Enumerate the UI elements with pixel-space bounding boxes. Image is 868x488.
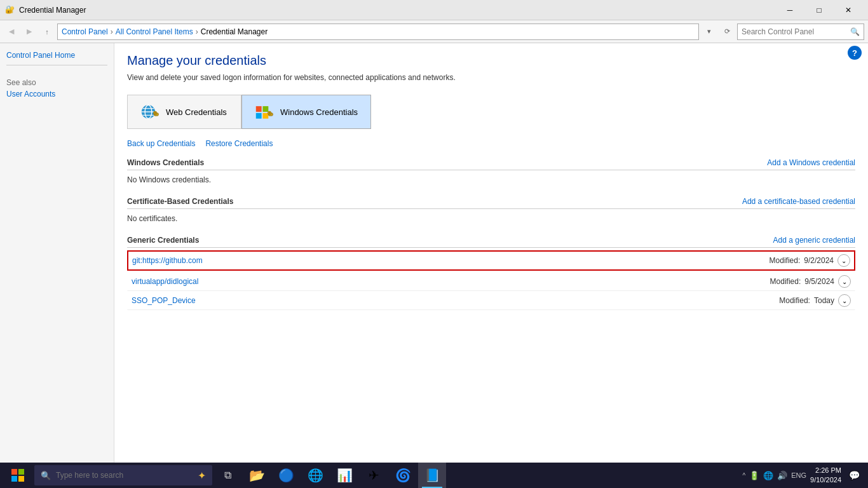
task-view-button[interactable]: ⧉ (214, 463, 241, 488)
cert-credentials-section: Certificate-Based Credentials Add a cert… (127, 197, 855, 226)
telegram-icon: ✈ (369, 468, 379, 483)
github-expand-button[interactable]: ⌄ (837, 254, 850, 267)
windows-credentials-label: Windows Credentials (280, 107, 358, 117)
sso-credential-meta: Modified: Today ⌄ (779, 294, 851, 307)
cortana-icon: ✦ (198, 470, 206, 482)
restore-credentials-link[interactable]: Restore Credentials (205, 139, 273, 148)
taskbar-app-telegram[interactable]: ✈ (360, 463, 388, 488)
credential-item-virtualapp: virtualapp/didlogical Modified: 9/5/2024… (127, 272, 855, 291)
taskbar-network-icon[interactable]: 🌐 (763, 471, 773, 480)
taskbar-datetime[interactable]: 2:26 PM 9/10/2024 (810, 466, 841, 485)
svg-rect-16 (18, 469, 24, 475)
restore-button[interactable]: □ (804, 0, 834, 20)
taskbar-search-input[interactable] (56, 471, 193, 480)
virtualapp-modified-date: 9/5/2024 (804, 277, 834, 286)
win-cred-icon (255, 102, 275, 122)
sso-modified-date: Today (814, 296, 834, 305)
taskbar-app-vscode[interactable]: 🔵 (272, 463, 300, 488)
add-windows-credential-link[interactable]: Add a Windows credential (767, 158, 855, 167)
add-cert-credential-link[interactable]: Add a certificate-based credential (742, 197, 855, 206)
page-title: Manage your credentials (127, 53, 855, 68)
credential-item-github: git:https://github.com Modified: 9/2/202… (127, 250, 855, 271)
sso-expand-button[interactable]: ⌄ (838, 294, 851, 307)
add-generic-credential-link[interactable]: Add a generic credential (773, 236, 855, 245)
office-icon: 📘 (424, 468, 440, 483)
generic-cred-title: Generic Credentials (127, 236, 199, 245)
virtualapp-modified-label: Modified: (770, 277, 801, 286)
window-icon: 🔐 (5, 5, 15, 15)
svg-rect-8 (256, 106, 262, 112)
taskbar-apps: 📂 🔵 🌐 📊 ✈ 🌀 📘 (243, 463, 742, 488)
taskbar-search: 🔍 ✦ (34, 465, 212, 485)
taskbar-notification-button[interactable]: 💬 (845, 463, 863, 488)
sys-tray-expand[interactable]: ^ (743, 472, 746, 479)
taskbar-search-icon: 🔍 (41, 471, 51, 480)
explorer-icon: 📂 (249, 468, 265, 483)
github-modified-label: Modified: (770, 256, 801, 265)
vscode-icon: 🔵 (278, 468, 294, 483)
svg-point-7 (154, 112, 156, 114)
taskbar-app-data[interactable]: 📊 (330, 463, 358, 488)
close-button[interactable]: ✕ (834, 0, 863, 20)
virtualapp-credential-name[interactable]: virtualapp/didlogical (132, 277, 198, 286)
taskbar-app-office[interactable]: 📘 (418, 463, 446, 488)
sidebar: Control Panel Home See also User Account… (0, 43, 114, 463)
windows-cred-title: Windows Credentials (127, 158, 204, 167)
taskbar-time-display: 2:26 PM (810, 466, 841, 475)
taskbar-app-edge[interactable]: 🌀 (389, 463, 417, 488)
edge-icon: 🌀 (395, 468, 411, 483)
taskbar-app-chrome[interactable]: 🌐 (301, 463, 329, 488)
minimize-button[interactable]: ─ (775, 0, 804, 20)
virtualapp-credential-meta: Modified: 9/5/2024 ⌄ (770, 275, 851, 288)
github-credential-name[interactable]: git:https://github.com (132, 256, 203, 265)
cert-cred-empty: No certificates. (127, 212, 855, 226)
start-button[interactable] (3, 463, 33, 488)
virtualapp-expand-button[interactable]: ⌄ (838, 275, 851, 288)
page-description: View and delete your saved logon informa… (127, 73, 855, 82)
sso-credential-name[interactable]: SSO_POP_Device (132, 296, 196, 305)
windows-cred-empty: No Windows credentials. (127, 173, 855, 187)
up-button[interactable]: ↑ (39, 24, 55, 39)
back-button[interactable]: ◀ (4, 24, 19, 39)
web-credentials-label: Web Credentials (166, 107, 227, 117)
window-title: Credential Manager (19, 6, 86, 15)
web-credentials-button[interactable]: Web Credentials (127, 95, 241, 129)
github-credential-meta: Modified: 9/2/2024 ⌄ (770, 254, 850, 267)
content-area: Manage your credentials View and delete … (114, 43, 868, 463)
taskbar-right: ^ 🔋 🌐 🔊 ENG 2:26 PM 9/10/2024 💬 (743, 463, 865, 488)
help-button[interactable]: ? (848, 46, 862, 60)
github-modified-date: 9/2/2024 (804, 256, 834, 265)
breadcrumb-item-allitems[interactable]: All Control Panel Items (116, 27, 193, 36)
generic-credentials-section: Generic Credentials Add a generic creden… (127, 236, 855, 310)
svg-rect-15 (11, 469, 17, 475)
forward-button[interactable]: ▶ (22, 24, 37, 39)
web-cred-icon (140, 102, 161, 122)
svg-rect-9 (262, 106, 268, 112)
taskbar-battery-icon[interactable]: 🔋 (749, 471, 759, 480)
backup-credentials-link[interactable]: Back up Credentials (127, 139, 195, 148)
taskbar-language[interactable]: ENG (791, 471, 806, 479)
credential-item-sso: SSO_POP_Device Modified: Today ⌄ (127, 291, 855, 310)
generic-cred-header: Generic Credentials Add a generic creden… (127, 236, 855, 248)
refresh-button[interactable]: ⟳ (719, 24, 735, 39)
search-icon: 🔍 (850, 27, 860, 36)
breadcrumb-sep-1: › (111, 27, 113, 36)
svg-rect-11 (262, 113, 268, 119)
sidebar-home-link[interactable]: Control Panel Home (6, 51, 107, 60)
svg-rect-17 (11, 476, 17, 482)
windows-credentials-button[interactable]: Windows Credentials (241, 95, 371, 129)
cert-cred-title: Certificate-Based Credentials (127, 197, 233, 206)
taskbar-sound-icon[interactable]: 🔊 (777, 471, 787, 480)
cert-cred-header: Certificate-Based Credentials Add a cert… (127, 197, 855, 209)
window-controls: ─ □ ✕ (775, 0, 863, 20)
svg-rect-18 (18, 476, 24, 482)
title-bar-left: 🔐 Credential Manager (5, 5, 86, 15)
sidebar-user-accounts-link[interactable]: User Accounts (6, 90, 107, 98)
action-links: Back up Credentials Restore Credentials (127, 139, 855, 148)
breadcrumb-item-controlpanel[interactable]: Control Panel (62, 27, 108, 36)
search-input[interactable] (742, 27, 850, 36)
dropdown-button[interactable]: ▾ (702, 24, 717, 39)
taskbar-date-display: 9/10/2024 (810, 475, 841, 485)
search-bar: 🔍 (737, 24, 864, 40)
taskbar-app-explorer[interactable]: 📂 (243, 463, 271, 488)
